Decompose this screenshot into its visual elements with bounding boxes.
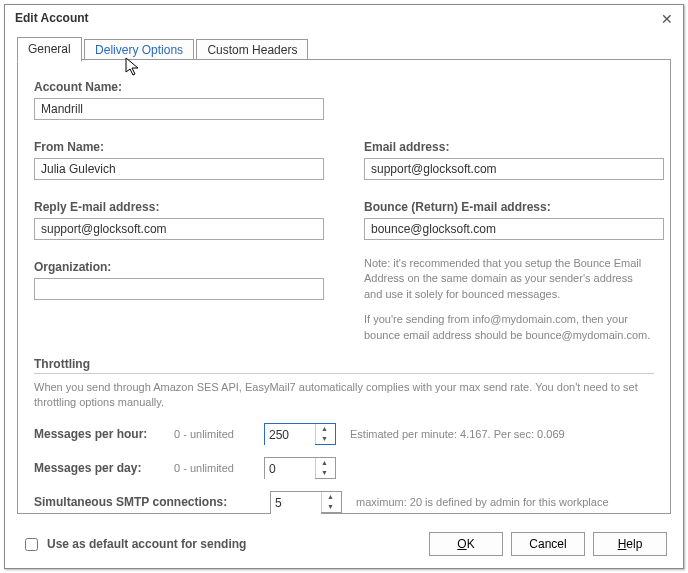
spinner-up-icon[interactable]: ▲	[322, 492, 339, 502]
organization-field[interactable]	[34, 278, 324, 300]
label-email: Email address:	[364, 140, 654, 154]
smtp-max-note: maximum: 20 is defined by admin for this…	[356, 496, 609, 508]
tab-delivery-options[interactable]: Delivery Options	[84, 39, 194, 61]
account-name-field[interactable]	[34, 98, 324, 120]
from-name-field[interactable]	[34, 158, 324, 180]
smtp-connections-input[interactable]	[271, 492, 321, 514]
default-account-checkbox-label[interactable]: Use as default account for sending	[21, 535, 246, 554]
dialog-footer: Use as default account for sending OK Ca…	[21, 532, 667, 556]
tab-strip: General Delivery Options Custom Headers	[17, 37, 683, 59]
close-icon[interactable]: ✕	[661, 11, 673, 33]
tab-general[interactable]: General	[17, 37, 82, 62]
email-field[interactable]	[364, 158, 664, 180]
label-messages-per-day: Messages per day:	[34, 461, 174, 475]
label-messages-per-hour: Messages per hour:	[34, 427, 174, 441]
label-account-name: Account Name:	[34, 80, 654, 94]
estimated-rate: Estimated per minute: 4.167. Per sec: 0.…	[350, 428, 565, 440]
tab-custom-headers[interactable]: Custom Headers	[196, 39, 308, 61]
messages-per-day-stepper[interactable]: ▲▼	[264, 457, 336, 479]
label-reply: Reply E-mail address:	[34, 200, 324, 214]
title-bar: Edit Account ✕	[5, 5, 683, 33]
messages-per-hour-input[interactable]	[265, 424, 315, 446]
edit-account-dialog: Edit Account ✕ General Delivery Options …	[4, 4, 684, 569]
label-smtp-connections: Simultaneous SMTP connections:	[34, 495, 270, 509]
help-button[interactable]: Help	[593, 532, 667, 556]
spinner-down-icon[interactable]: ▼	[316, 468, 333, 478]
smtp-connections-stepper[interactable]: ▲▼	[270, 491, 342, 513]
tab-content-general: Account Name: From Name: Email address: …	[17, 59, 671, 514]
bounce-note-1: Note: it's recommended that you setup th…	[364, 256, 654, 302]
label-bounce: Bounce (Return) E-mail address:	[364, 200, 654, 214]
hint-unlimited-mph: 0 - unlimited	[174, 428, 264, 440]
section-throttling: Throttling	[34, 357, 654, 374]
dialog-title: Edit Account	[15, 11, 89, 33]
label-organization: Organization:	[34, 260, 324, 274]
spinner-down-icon[interactable]: ▼	[322, 502, 339, 512]
bounce-note-2: If you're sending from info@mydomain.com…	[364, 312, 654, 343]
spinner-up-icon[interactable]: ▲	[316, 458, 333, 468]
default-account-checkbox[interactable]	[25, 538, 38, 551]
cancel-button[interactable]: Cancel	[511, 532, 585, 556]
hint-unlimited-mpd: 0 - unlimited	[174, 462, 264, 474]
messages-per-day-input[interactable]	[265, 458, 315, 480]
messages-per-hour-stepper[interactable]: ▲▼	[264, 423, 336, 445]
throttle-description: When you send through Amazon SES API, Ea…	[34, 380, 654, 411]
spinner-down-icon[interactable]: ▼	[316, 434, 333, 444]
bounce-email-field[interactable]	[364, 218, 664, 240]
label-from-name: From Name:	[34, 140, 324, 154]
spinner-up-icon[interactable]: ▲	[316, 424, 333, 434]
ok-button[interactable]: OK	[429, 532, 503, 556]
reply-email-field[interactable]	[34, 218, 324, 240]
